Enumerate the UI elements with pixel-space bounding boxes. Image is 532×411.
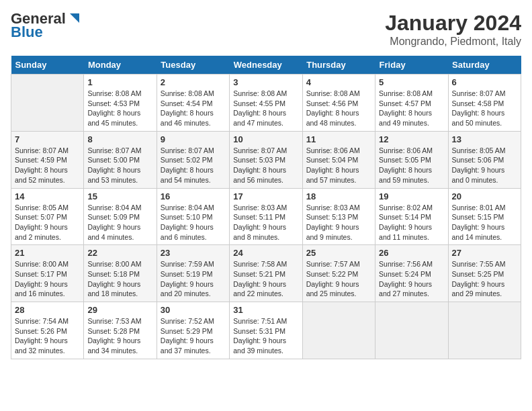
calendar-cell: 8Sunrise: 8:07 AMSunset: 5:00 PMDaylight… <box>84 131 157 188</box>
day-info: Sunrise: 8:08 AMSunset: 4:57 PMDaylight:… <box>379 89 444 128</box>
calendar-cell: 19Sunrise: 8:02 AMSunset: 5:14 PMDayligh… <box>375 188 448 245</box>
day-number: 6 <box>452 77 517 87</box>
calendar-cell: 16Sunrise: 8:04 AMSunset: 5:10 PMDayligh… <box>157 188 229 245</box>
calendar-week-row: 7Sunrise: 8:07 AMSunset: 4:59 PMDaylight… <box>11 131 521 188</box>
calendar-week-row: 1Sunrise: 8:08 AMSunset: 4:53 PMDaylight… <box>11 75 521 132</box>
calendar-cell: 6Sunrise: 8:07 AMSunset: 4:58 PMDaylight… <box>448 75 521 132</box>
day-number: 26 <box>379 248 444 258</box>
calendar-cell: 7Sunrise: 8:07 AMSunset: 4:59 PMDaylight… <box>11 131 84 188</box>
calendar-cell: 3Sunrise: 8:08 AMSunset: 4:55 PMDaylight… <box>230 75 302 132</box>
day-number: 21 <box>15 248 80 258</box>
calendar-cell: 9Sunrise: 8:07 AMSunset: 5:02 PMDaylight… <box>157 131 229 188</box>
calendar-title-block: January 2024 Mongrando, Piedmont, Italy <box>385 11 521 48</box>
day-number: 7 <box>15 134 80 144</box>
col-header-wednesday: Wednesday <box>230 56 302 75</box>
day-info: Sunrise: 7:57 AMSunset: 5:22 PMDaylight:… <box>306 259 371 299</box>
logo-blue: Blue <box>11 24 82 40</box>
day-info: Sunrise: 7:59 AMSunset: 5:19 PMDaylight:… <box>161 259 226 299</box>
calendar-cell: 24Sunrise: 7:58 AMSunset: 5:21 PMDayligh… <box>230 245 302 302</box>
day-number: 14 <box>15 191 80 201</box>
day-number: 12 <box>379 134 444 144</box>
day-info: Sunrise: 8:07 AMSunset: 5:03 PMDaylight:… <box>233 146 298 185</box>
calendar-cell: 20Sunrise: 8:01 AMSunset: 5:15 PMDayligh… <box>448 188 521 245</box>
col-header-saturday: Saturday <box>448 56 521 75</box>
calendar-cell <box>448 302 521 359</box>
day-number: 27 <box>452 248 517 258</box>
calendar-week-row: 28Sunrise: 7:54 AMSunset: 5:26 PMDayligh… <box>11 302 521 359</box>
day-info: Sunrise: 7:54 AMSunset: 5:26 PMDaylight:… <box>15 316 80 356</box>
calendar-subtitle: Mongrando, Piedmont, Italy <box>385 36 521 48</box>
calendar-cell: 12Sunrise: 8:06 AMSunset: 5:05 PMDayligh… <box>375 131 448 188</box>
calendar-header-row: SundayMondayTuesdayWednesdayThursdayFrid… <box>11 56 521 75</box>
calendar-cell: 14Sunrise: 8:05 AMSunset: 5:07 PMDayligh… <box>11 188 84 245</box>
day-info: Sunrise: 7:58 AMSunset: 5:21 PMDaylight:… <box>233 259 298 299</box>
calendar-cell: 5Sunrise: 8:08 AMSunset: 4:57 PMDaylight… <box>375 75 448 132</box>
calendar-cell: 18Sunrise: 8:03 AMSunset: 5:13 PMDayligh… <box>302 188 375 245</box>
calendar-cell <box>302 302 375 359</box>
day-number: 31 <box>233 305 298 315</box>
calendar-cell: 2Sunrise: 8:08 AMSunset: 4:54 PMDaylight… <box>157 75 229 132</box>
day-number: 3 <box>233 77 298 87</box>
calendar-cell: 27Sunrise: 7:55 AMSunset: 5:25 PMDayligh… <box>448 245 521 302</box>
day-number: 4 <box>306 77 371 87</box>
day-number: 17 <box>233 191 298 201</box>
day-info: Sunrise: 8:07 AMSunset: 5:02 PMDaylight:… <box>161 146 226 185</box>
day-info: Sunrise: 8:02 AMSunset: 5:14 PMDaylight:… <box>379 203 444 242</box>
calendar-cell: 21Sunrise: 8:00 AMSunset: 5:17 PMDayligh… <box>11 245 84 302</box>
day-number: 13 <box>452 134 517 144</box>
day-info: Sunrise: 8:08 AMSunset: 4:55 PMDaylight:… <box>233 89 298 128</box>
calendar-cell: 28Sunrise: 7:54 AMSunset: 5:26 PMDayligh… <box>11 302 84 359</box>
day-number: 22 <box>87 248 152 258</box>
calendar-cell: 29Sunrise: 7:53 AMSunset: 5:28 PMDayligh… <box>84 302 157 359</box>
day-info: Sunrise: 8:03 AMSunset: 5:13 PMDaylight:… <box>306 203 371 242</box>
day-info: Sunrise: 8:05 AMSunset: 5:06 PMDaylight:… <box>452 146 517 185</box>
day-info: Sunrise: 8:08 AMSunset: 4:53 PMDaylight:… <box>87 89 152 128</box>
day-info: Sunrise: 8:04 AMSunset: 5:10 PMDaylight:… <box>161 203 226 242</box>
day-info: Sunrise: 8:06 AMSunset: 5:05 PMDaylight:… <box>379 146 444 185</box>
day-info: Sunrise: 8:04 AMSunset: 5:09 PMDaylight:… <box>87 203 152 242</box>
day-info: Sunrise: 8:03 AMSunset: 5:11 PMDaylight:… <box>233 203 298 242</box>
day-number: 29 <box>87 305 152 315</box>
calendar-week-row: 21Sunrise: 8:00 AMSunset: 5:17 PMDayligh… <box>11 245 521 302</box>
logo: General Blue <box>11 11 82 40</box>
calendar-cell <box>375 302 448 359</box>
calendar-cell: 31Sunrise: 7:51 AMSunset: 5:31 PMDayligh… <box>230 302 302 359</box>
day-info: Sunrise: 8:07 AMSunset: 5:00 PMDaylight:… <box>87 146 152 185</box>
day-number: 16 <box>161 191 226 201</box>
day-number: 1 <box>87 77 152 87</box>
day-number: 30 <box>161 305 226 315</box>
page-header: General Blue January 2024 Mongrando, Pie… <box>11 11 521 48</box>
day-number: 25 <box>306 248 371 258</box>
day-info: Sunrise: 8:05 AMSunset: 5:07 PMDaylight:… <box>15 203 80 242</box>
col-header-monday: Monday <box>84 56 157 75</box>
day-number: 18 <box>306 191 371 201</box>
day-number: 24 <box>233 248 298 258</box>
calendar-title: January 2024 <box>385 11 521 36</box>
day-number: 10 <box>233 134 298 144</box>
calendar-cell: 15Sunrise: 8:04 AMSunset: 5:09 PMDayligh… <box>84 188 157 245</box>
day-info: Sunrise: 8:07 AMSunset: 4:59 PMDaylight:… <box>15 146 80 185</box>
day-number: 9 <box>161 134 226 144</box>
svg-marker-0 <box>70 13 79 23</box>
calendar-cell: 10Sunrise: 8:07 AMSunset: 5:03 PMDayligh… <box>230 131 302 188</box>
col-header-sunday: Sunday <box>11 56 84 75</box>
calendar-cell: 11Sunrise: 8:06 AMSunset: 5:04 PMDayligh… <box>302 131 375 188</box>
day-number: 11 <box>306 134 371 144</box>
calendar-cell: 26Sunrise: 7:56 AMSunset: 5:24 PMDayligh… <box>375 245 448 302</box>
day-info: Sunrise: 8:00 AMSunset: 5:18 PMDaylight:… <box>87 259 152 299</box>
calendar-table: SundayMondayTuesdayWednesdayThursdayFrid… <box>11 56 521 359</box>
day-info: Sunrise: 7:55 AMSunset: 5:25 PMDaylight:… <box>452 259 517 299</box>
day-number: 19 <box>379 191 444 201</box>
day-info: Sunrise: 8:08 AMSunset: 4:54 PMDaylight:… <box>161 89 226 128</box>
calendar-cell: 1Sunrise: 8:08 AMSunset: 4:53 PMDaylight… <box>84 75 157 132</box>
col-header-thursday: Thursday <box>302 56 375 75</box>
calendar-cell <box>11 75 84 132</box>
day-number: 5 <box>379 77 444 87</box>
day-info: Sunrise: 7:52 AMSunset: 5:29 PMDaylight:… <box>161 316 226 356</box>
day-number: 20 <box>452 191 517 201</box>
col-header-tuesday: Tuesday <box>157 56 229 75</box>
day-number: 2 <box>161 77 226 87</box>
calendar-cell: 30Sunrise: 7:52 AMSunset: 5:29 PMDayligh… <box>157 302 229 359</box>
day-number: 28 <box>15 305 80 315</box>
calendar-cell: 4Sunrise: 8:08 AMSunset: 4:56 PMDaylight… <box>302 75 375 132</box>
